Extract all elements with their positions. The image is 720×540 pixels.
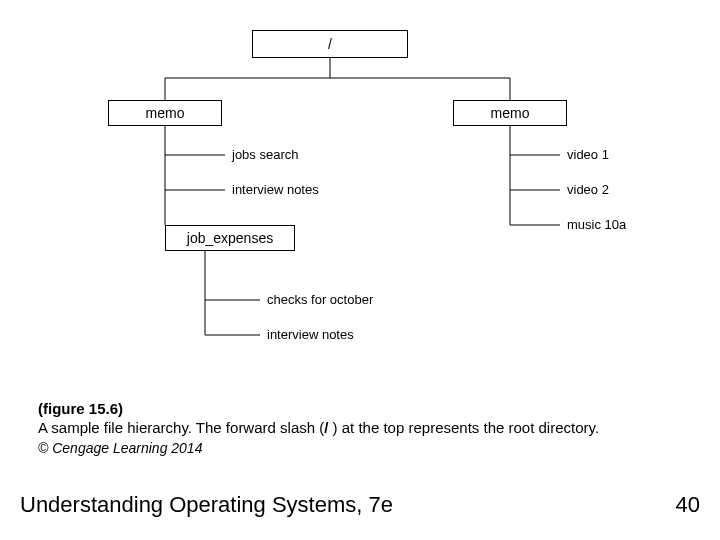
copyright-line: © Cengage Learning 2014 [38,440,682,458]
leaf-checks-for-october: checks for october [267,292,373,307]
figure-caption: (figure 15.6) A sample file hierarchy. T… [38,400,682,457]
book-title: Understanding Operating Systems, 7e [20,492,393,518]
caption-text: A sample file hierarchy. The forward sla… [38,419,682,438]
leaf-video-2: video 2 [567,182,609,197]
root-node: / [252,30,408,58]
leaf-interview-notes-2: interview notes [267,327,354,342]
figure-label: (figure 15.6) [38,400,123,417]
job-expenses-node: job_expenses [165,225,295,251]
connector-lines [0,0,720,400]
right-memo-node: memo [453,100,567,126]
file-hierarchy-diagram: / memo memo jobs search interview notes … [0,0,720,400]
leaf-music-10a: music 10a [567,217,626,232]
caption-post: ) at the top represents the root directo… [328,419,599,436]
leaf-interview-notes-1: interview notes [232,182,319,197]
page-footer: Understanding Operating Systems, 7e 40 [20,492,700,518]
page-number: 40 [676,492,700,518]
left-memo-node: memo [108,100,222,126]
caption-pre: A sample file hierarchy. The forward sla… [38,419,324,436]
leaf-jobs-search: jobs search [232,147,298,162]
leaf-video-1: video 1 [567,147,609,162]
